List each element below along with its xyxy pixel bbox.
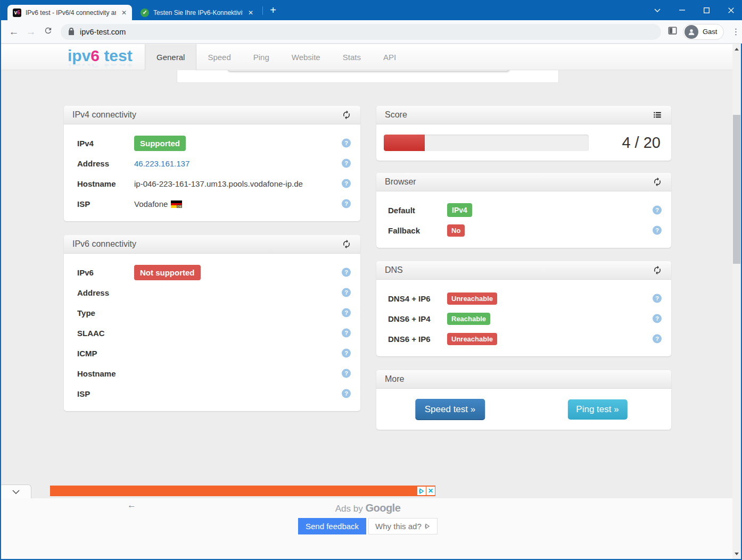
row-dns6-ip6: DNS6 + IP6 Unreachable ?: [376, 329, 671, 349]
list-icon[interactable]: [652, 110, 663, 120]
status-badge: Not supported: [134, 265, 201, 280]
scroll-down-arrow[interactable]: [732, 549, 741, 558]
ad-collapse-button[interactable]: [1, 484, 31, 498]
row-default: Default IPv4 ?: [376, 200, 671, 220]
refresh-icon[interactable]: [652, 265, 663, 275]
tab-ipv6-konnektivitaet[interactable]: ✓ Testen Sie Ihre IPv6-Konnektivität ✕: [135, 5, 259, 20]
lock-icon: [68, 28, 75, 36]
titlebar: v6 IPv6 test - IPv6/4 connectivity an ✕ …: [1, 0, 742, 20]
help-icon[interactable]: ?: [342, 139, 351, 148]
help-icon[interactable]: ?: [342, 308, 351, 317]
score-value: 4 / 20: [622, 134, 661, 152]
browser-panel: Browser Default IPv4 ? Fallback No ?: [376, 173, 671, 248]
nav-general[interactable]: General: [145, 44, 196, 70]
send-feedback-button[interactable]: Send feedback: [298, 518, 366, 534]
ping-test-button[interactable]: Ping test »: [567, 399, 627, 420]
help-icon[interactable]: ?: [342, 389, 351, 398]
panel-header: More: [376, 370, 671, 389]
browser-window: v6 IPv6 test - IPv6/4 connectivity an ✕ …: [0, 0, 742, 560]
help-icon[interactable]: ?: [342, 288, 351, 297]
row-label: IPv6: [77, 268, 134, 277]
why-this-ad-button[interactable]: Why this ad?: [368, 518, 438, 534]
toolbar-right: Gast ⋮: [667, 24, 742, 40]
row-icmp: ICMP ?: [64, 343, 360, 363]
ad-banner: ✕: [50, 486, 435, 496]
panel-title: Score: [385, 110, 652, 120]
row-ipv6: IPv6 Not supported ?: [64, 262, 360, 282]
row-isp: ISP ?: [64, 383, 360, 404]
main-nav: General Speed Ping Website Stats API: [145, 44, 407, 70]
refresh-icon[interactable]: [341, 110, 352, 120]
help-icon[interactable]: ?: [342, 159, 351, 168]
row-label: ICMP: [77, 349, 134, 358]
panel-body: IPv4 Supported ? Address 46.223.161.137 …: [64, 124, 360, 221]
nav-api[interactable]: API: [372, 44, 407, 70]
menu-kebab-icon[interactable]: ⋮: [729, 30, 742, 33]
chevron-down-icon[interactable]: [645, 0, 670, 20]
panel-body: DNS4 + IP6 Unreachable ? DNS6 + IP4 Reac…: [376, 280, 671, 356]
help-icon[interactable]: ?: [342, 349, 351, 358]
v6-favicon: v6: [13, 9, 21, 17]
row-label: Hostname: [77, 179, 134, 188]
row-label: IPv4: [77, 139, 134, 148]
scroll-up-arrow[interactable]: [732, 45, 741, 53]
panel-body: 4 / 20: [376, 124, 671, 161]
side-panel-icon[interactable]: [667, 26, 678, 38]
help-icon[interactable]: ?: [342, 268, 351, 277]
help-icon[interactable]: ?: [342, 179, 351, 188]
help-icon[interactable]: ?: [342, 369, 351, 378]
address-bar[interactable]: ipv6-test.com: [61, 24, 661, 40]
nav-stats[interactable]: Stats: [332, 44, 372, 70]
score-progress-bar: [384, 135, 589, 151]
avatar: [685, 25, 698, 39]
nav-ping[interactable]: Ping: [242, 44, 281, 70]
google-logo: Google: [365, 502, 400, 514]
row-label: DNS6 + IP6: [388, 335, 447, 344]
panel-title: IPv6 connectivity: [72, 239, 341, 249]
row-label: Address: [77, 288, 134, 297]
panel-body: IPv6 Not supported ? Address ? Type ? SL…: [64, 254, 360, 411]
row-label: DNS4 + IP6: [388, 294, 447, 303]
nav-website[interactable]: Website: [281, 44, 332, 70]
help-icon[interactable]: ?: [653, 335, 662, 344]
speed-test-button[interactable]: Speed test »: [415, 399, 485, 420]
score-progress-fill: [384, 135, 425, 151]
help-icon[interactable]: ?: [342, 329, 351, 338]
adchoices-icon[interactable]: [417, 487, 426, 495]
profile-name: Gast: [703, 28, 717, 36]
row-dns4-ip6: DNS4 + IP6 Unreachable ?: [376, 288, 671, 308]
row-type: Type ?: [64, 303, 360, 323]
tab-ipv6-test[interactable]: v6 IPv6 test - IPv6/4 connectivity an ✕: [7, 5, 132, 20]
close-button[interactable]: [719, 0, 742, 20]
maximize-button[interactable]: [694, 0, 719, 20]
row-label: Hostname: [77, 369, 134, 378]
back-icon[interactable]: ←: [5, 26, 22, 38]
scrollbar-thumb[interactable]: [733, 115, 740, 264]
forward-icon: →: [22, 26, 39, 38]
url-text: ipv6-test.com: [80, 28, 126, 36]
panel-body: Default IPv4 ? Fallback No ?: [376, 191, 671, 248]
reload-icon[interactable]: [39, 26, 56, 38]
help-icon[interactable]: ?: [653, 294, 662, 303]
nav-speed[interactable]: Speed: [196, 44, 242, 70]
help-icon[interactable]: ?: [653, 206, 662, 215]
ad-close-icon[interactable]: ✕: [426, 487, 435, 495]
tab-close-icon[interactable]: ✕: [119, 8, 129, 18]
ad-feedback-buttons: Send feedback Why this ad?: [298, 518, 438, 534]
help-icon[interactable]: ?: [653, 314, 662, 323]
minimize-button[interactable]: [670, 0, 694, 20]
help-icon[interactable]: ?: [653, 226, 662, 235]
row-label: Default: [388, 206, 447, 215]
new-tab-button[interactable]: +: [266, 4, 280, 18]
row-hostname: Hostname ip-046-223-161-137.um13.pools.v…: [64, 173, 360, 194]
status-badge: IPv4: [447, 203, 472, 217]
ip-address-link[interactable]: 46.223.161.137: [134, 159, 189, 168]
row-label: ISP: [77, 389, 134, 398]
tab-close-icon[interactable]: ✕: [246, 8, 255, 18]
help-icon[interactable]: ?: [342, 199, 351, 208]
refresh-icon[interactable]: [652, 177, 663, 187]
row-dns6-ip4: DNS6 + IP4 Reachable ?: [376, 308, 671, 329]
refresh-icon[interactable]: [341, 239, 352, 249]
panel-header: IPv6 connectivity: [64, 235, 360, 254]
profile-button[interactable]: Gast: [683, 24, 724, 40]
